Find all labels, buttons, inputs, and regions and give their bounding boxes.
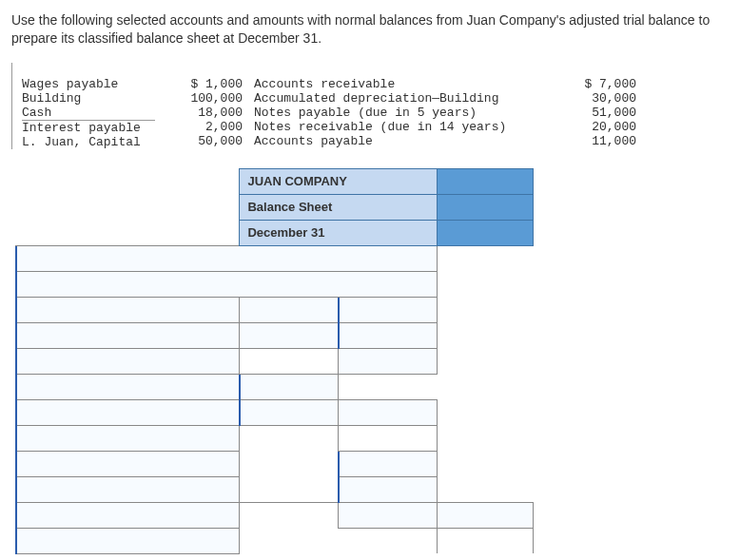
ws-row[interactable] — [16, 271, 438, 297]
ws-row[interactable] — [16, 476, 240, 502]
tb-right-labels: Accounts receivable Accumulated deprecia… — [248, 63, 555, 149]
ws-row[interactable] — [16, 502, 240, 528]
tb-right-amounts: $ 7,000 30,000 51,000 20,000 11,000 — [555, 63, 642, 149]
ws-row[interactable] — [16, 399, 240, 425]
ws-row[interactable] — [16, 425, 240, 451]
ws-company: JUAN COMPANY — [240, 168, 437, 194]
ws-row[interactable] — [16, 374, 240, 399]
ws-row[interactable] — [16, 348, 240, 374]
trial-balance-table: Wages payable Building Cash Interest pay… — [11, 63, 729, 149]
ws-row[interactable] — [16, 245, 438, 271]
tb-left-amounts: $ 1,000 100,000 18,000 2,000 50,000 — [161, 63, 248, 149]
ws-row[interactable] — [16, 451, 240, 476]
tb-left-labels: Wages payable Building Cash Interest pay… — [16, 63, 161, 149]
ws-title: Balance Sheet — [240, 194, 437, 220]
ws-row[interactable] — [16, 297, 240, 322]
balance-sheet-worksheet[interactable]: JUAN COMPANY Balance Sheet December 31 — [15, 168, 534, 554]
ws-row[interactable] — [16, 322, 240, 348]
ws-row[interactable] — [16, 528, 240, 553]
ws-date: December 31 — [240, 220, 437, 245]
instructions-text: Use the following selected accounts and … — [11, 11, 729, 48]
